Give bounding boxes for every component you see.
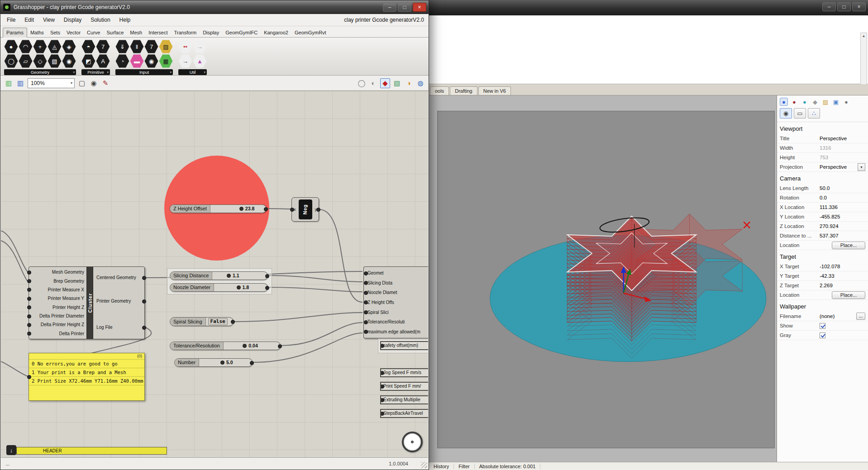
- surface-icon[interactable]: ▧: [48, 54, 62, 68]
- rendered-display-icon[interactable]: ◆: [380, 78, 390, 88]
- noozle-diameter-slider[interactable]: Noozle Diameter 1.8: [170, 283, 268, 292]
- image-icon[interactable]: ▣: [832, 98, 840, 106]
- maximize-button[interactable]: □: [398, 3, 411, 12]
- slider-knob[interactable]: [239, 207, 243, 211]
- cluster-output-port[interactable]: Printer Geometry: [96, 299, 144, 304]
- statusbar-item[interactable]: Absolute tolerance: 0.001: [475, 464, 541, 469]
- jump-icon[interactable]: →: [193, 40, 207, 53]
- group-label-primitive[interactable]: Primitive▾: [81, 69, 110, 75]
- colour-icon[interactable]: ◩: [81, 54, 95, 68]
- maximize-button[interactable]: □: [837, 2, 851, 11]
- value-panel[interactable]: Print Speed F mm/: [380, 382, 428, 391]
- raytraced-display-icon[interactable]: ◍: [415, 78, 425, 88]
- gcode-input-port[interactable]: Geomet: [364, 271, 428, 275]
- curve-icon[interactable]: ◠: [19, 40, 33, 53]
- ribbon-tab[interactable]: Maths: [27, 28, 47, 37]
- cluster-input-port[interactable]: Printer Measure Y: [29, 296, 86, 301]
- cluster-input-port[interactable]: Delta Printer Diameter: [29, 313, 86, 318]
- geometry-icon[interactable]: ◉: [62, 54, 76, 68]
- ribbon-tab[interactable]: Transform: [171, 28, 200, 37]
- grasshopper-canvas[interactable]: Z Height Offset 23.8 x Neg y Mesh Geomet…: [1, 91, 428, 458]
- slider-icon[interactable]: ▬: [130, 54, 144, 68]
- cluster-input-port[interactable]: Printer Measure X: [29, 287, 86, 292]
- boolean-icon[interactable]: ◓: [81, 40, 95, 53]
- group-label-util[interactable]: Util▾: [178, 69, 207, 75]
- menu-item[interactable]: View: [38, 15, 59, 25]
- sketch-icon[interactable]: ✎: [100, 78, 110, 88]
- key-icon[interactable]: ◆: [811, 98, 819, 106]
- distance-value[interactable]: 537.307: [820, 233, 865, 238]
- ribbon-tab[interactable]: Display: [200, 28, 222, 37]
- zoom-dropdown[interactable]: 100% ▾: [28, 78, 75, 88]
- ribbon-tab[interactable]: Curve: [84, 28, 103, 37]
- gray-checkbox[interactable]: [820, 332, 825, 338]
- value-panel[interactable]: Extruding Multiplie: [380, 395, 428, 404]
- gcode-input-port[interactable]: Z Height Offs: [364, 300, 428, 305]
- tolerance-resolution-slider[interactable]: Tolerance/Resolution 0.04: [170, 342, 281, 350]
- projection-value[interactable]: Perspective: [820, 164, 856, 170]
- toolbar-tab[interactable]: Drafting: [450, 86, 477, 95]
- viewport-height-value[interactable]: 753: [820, 155, 865, 160]
- link-icon[interactable]: ∴: [808, 108, 820, 119]
- paint-tab-icon[interactable]: ●: [790, 98, 798, 106]
- toolbar-tab[interactable]: ools: [430, 86, 449, 95]
- gcode-generator-component[interactable]: GeometSlicing DistaNoozle DiametZ Height…: [363, 266, 428, 338]
- z-target-value[interactable]: 2.269: [820, 283, 865, 288]
- cluster-input-port[interactable]: Delta Printer: [29, 331, 86, 336]
- toolbar-tab[interactable]: New in V6: [478, 86, 511, 95]
- slider-knob[interactable]: [243, 344, 247, 348]
- box-icon[interactable]: ◇: [33, 54, 47, 68]
- viewport-settings-icon[interactable]: ▭: [794, 108, 806, 119]
- command-area[interactable]: ▲ ▼: [429, 15, 868, 84]
- material-tab-icon[interactable]: ●: [801, 98, 809, 106]
- ramp-icon[interactable]: ▨: [159, 40, 173, 53]
- scribble-icon[interactable]: ▲: [193, 54, 207, 68]
- cluster-input-port[interactable]: Delta Printer Height Z: [29, 322, 86, 327]
- number-slider[interactable]: Number 5.0: [174, 358, 253, 367]
- ribbon-tab[interactable]: Intersect: [145, 28, 171, 37]
- browse-button[interactable]: ...: [856, 313, 865, 320]
- ribbon-tab[interactable]: Surface: [103, 28, 127, 37]
- close-button[interactable]: ×: [413, 3, 426, 12]
- slicing-distance-slider[interactable]: Slicing Distance 1.1: [170, 271, 268, 280]
- plane-icon[interactable]: ▱: [19, 54, 33, 68]
- negative-component[interactable]: x Neg y: [291, 197, 319, 222]
- circle-icon[interactable]: ◯: [4, 54, 18, 68]
- folder-icon[interactable]: ▨: [821, 98, 830, 106]
- z-height-offset-slider[interactable]: Z Height Offset 23.8: [170, 204, 267, 213]
- import-icon[interactable]: ⇓: [115, 40, 129, 53]
- vector-icon[interactable]: +: [33, 40, 47, 53]
- open-file-icon[interactable]: ▥: [4, 78, 14, 88]
- cluster-output-port[interactable]: Log File: [96, 325, 144, 330]
- point-icon[interactable]: ●: [4, 40, 18, 53]
- projection-dropdown-icon[interactable]: ▼: [858, 163, 865, 171]
- ribbon-tab[interactable]: Kangaroo2: [261, 28, 291, 37]
- properties-tab-icon[interactable]: ●: [780, 98, 788, 106]
- menu-item[interactable]: Help: [115, 15, 135, 25]
- value-panel[interactable]: StepsBackAirTravel: [380, 409, 428, 418]
- viewport-title-value[interactable]: Perspective: [820, 136, 865, 141]
- menu-item[interactable]: Solution: [86, 15, 114, 25]
- slider-knob[interactable]: [227, 274, 231, 278]
- target-place-button[interactable]: Place...: [832, 291, 865, 299]
- rotation-value[interactable]: 0.0: [820, 195, 865, 200]
- menu-item[interactable]: Edit: [20, 15, 38, 25]
- cluster-component[interactable]: Mesh GeometryBrep GeometryPrinter Measur…: [29, 266, 145, 339]
- message-panel[interactable]: (0) 0 No errors,you are good to go1 Your…: [29, 353, 145, 401]
- mesh-icon[interactable]: ◬: [48, 40, 62, 53]
- cluster-input-port[interactable]: Mesh Geometry: [29, 270, 86, 275]
- gcode-input-port[interactable]: Tolerance/Resoluti: [364, 319, 428, 324]
- save-file-icon[interactable]: ▥: [15, 78, 25, 88]
- cluster-input-port[interactable]: Printer Height Z: [29, 305, 86, 310]
- wireframe-display-icon[interactable]: ◯: [357, 78, 367, 88]
- minimize-button[interactable]: –: [822, 2, 836, 11]
- viewport-width-value[interactable]: 1316: [820, 145, 865, 151]
- wallpaper-filename-value[interactable]: (none): [820, 313, 854, 319]
- ribbon-tab[interactable]: Params: [3, 28, 27, 38]
- gcode-input-port[interactable]: Spiral Slici: [364, 310, 428, 315]
- zoom-selection-icon[interactable]: ▢: [77, 78, 87, 88]
- menu-item[interactable]: Display: [59, 15, 86, 25]
- ribbon-tab[interactable]: Mesh: [127, 28, 145, 37]
- ribbon-tab[interactable]: Vector: [63, 28, 84, 37]
- scroll-up-icon[interactable]: ▲: [862, 34, 866, 38]
